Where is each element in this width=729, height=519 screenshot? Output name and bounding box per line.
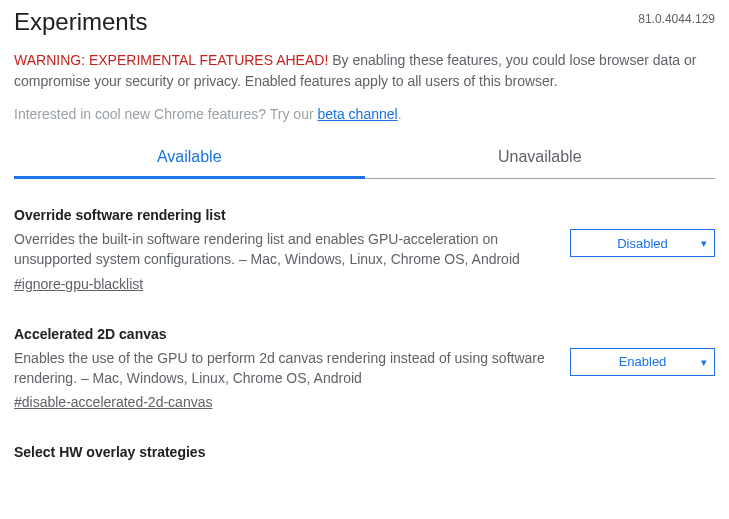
flag-title: Accelerated 2D canvas <box>14 326 552 342</box>
interested-line: Interested in cool new Chrome features? … <box>14 106 715 122</box>
flag-state-select[interactable]: Disabled <box>570 229 715 257</box>
flag-description: Enables the use of the GPU to perform 2d… <box>14 348 552 389</box>
flag-title: Select HW overlay strategies <box>14 444 697 460</box>
page-title: Experiments <box>14 8 147 36</box>
flag-select-wrap: Enabled <box>570 348 715 376</box>
flag-state-select[interactable]: Enabled <box>570 348 715 376</box>
flag-description: Overrides the built-in software renderin… <box>14 229 552 270</box>
tabs: Available Unavailable <box>14 138 715 179</box>
flag-item: Accelerated 2D canvas Enables the use of… <box>14 326 715 411</box>
flag-hash-link[interactable]: #ignore-gpu-blacklist <box>14 276 143 292</box>
flag-select-wrap: Disabled <box>570 229 715 257</box>
version-label: 81.0.4044.129 <box>638 12 715 26</box>
flag-item: Override software rendering list Overrid… <box>14 207 715 292</box>
interested-prefix: Interested in cool new Chrome features? … <box>14 106 317 122</box>
flag-title: Override software rendering list <box>14 207 552 223</box>
tab-unavailable[interactable]: Unavailable <box>365 138 716 178</box>
tab-available[interactable]: Available <box>14 138 365 178</box>
interested-suffix: . <box>398 106 402 122</box>
flag-hash-link[interactable]: #disable-accelerated-2d-canvas <box>14 394 212 410</box>
flag-item: Select HW overlay strategies <box>14 444 715 466</box>
beta-channel-link[interactable]: beta channel <box>317 106 397 122</box>
warning-block: WARNING: EXPERIMENTAL FEATURES AHEAD! By… <box>14 50 715 92</box>
warning-label: WARNING: EXPERIMENTAL FEATURES AHEAD! <box>14 52 328 68</box>
